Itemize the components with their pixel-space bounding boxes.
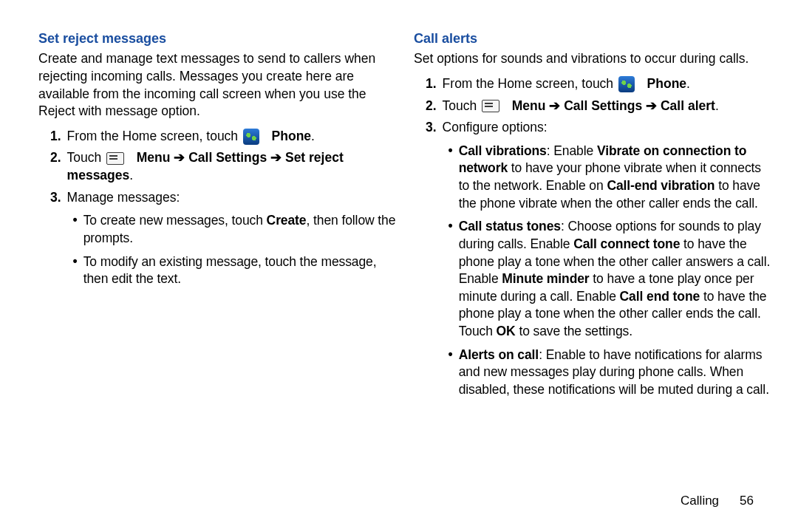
bullet-dot: • bbox=[449, 347, 453, 362]
step-1: 1. From the Home screen, touch Phone. bbox=[414, 75, 771, 93]
step-number: 2. bbox=[426, 98, 437, 115]
step-text: Touch Menu ➔ Call Settings ➔ Set reject … bbox=[67, 149, 396, 184]
bullet-dot: • bbox=[73, 253, 78, 269]
step-3: 3. Manage messages: • To create new mess… bbox=[38, 189, 396, 294]
step-number: 3. bbox=[50, 189, 61, 207]
step-2: 2. Touch Menu ➔ Call Settings ➔ Call ale… bbox=[414, 98, 771, 115]
bullets-right: • Call vibrations: Enable Vibrate on con… bbox=[443, 143, 771, 399]
bullet: • Call vibrations: Enable Vibrate on con… bbox=[443, 143, 771, 213]
bullet: • Alerts on call: Enable to have notific… bbox=[443, 347, 771, 399]
step-number: 3. bbox=[426, 119, 437, 137]
step-text: Touch Menu ➔ Call Settings ➔ Call alert. bbox=[443, 98, 771, 115]
phone-icon bbox=[243, 129, 259, 145]
footer-section: Calling bbox=[681, 493, 719, 510]
step-number: 1. bbox=[426, 75, 437, 93]
bullets-left: • To create new messages, touch Create, … bbox=[67, 212, 396, 288]
bullet-dot: • bbox=[449, 218, 453, 233]
intro-right: Set options for sounds and vibrations to… bbox=[414, 50, 771, 68]
step-3: 3. Configure options: • Call vibrations:… bbox=[414, 119, 771, 404]
step-1: 1. From the Home screen, touch Phone. bbox=[38, 128, 396, 146]
step-number: 2. bbox=[50, 149, 61, 167]
step-text: From the Home screen, touch Phone. bbox=[67, 128, 396, 146]
right-column: Call alerts Set options for sounds and v… bbox=[414, 30, 771, 409]
bullet-dot: • bbox=[449, 143, 453, 158]
steps-left: 1. From the Home screen, touch Phone. 2.… bbox=[38, 128, 396, 294]
phone-icon bbox=[618, 76, 635, 92]
step-number: 1. bbox=[50, 128, 61, 146]
step-2: 2. Touch Menu ➔ Call Settings ➔ Set reje… bbox=[38, 149, 396, 184]
left-column: Set reject messages Create and manage te… bbox=[38, 30, 396, 409]
bullet: • To create new messages, touch Create, … bbox=[67, 212, 396, 247]
bullet: • To modify an existing message, touch t… bbox=[67, 253, 396, 288]
page-footer: Calling 56 bbox=[681, 493, 754, 510]
step-text: Manage messages: • To create new message… bbox=[67, 189, 396, 294]
bullet-dot: • bbox=[73, 212, 78, 228]
step-text: From the Home screen, touch Phone. bbox=[443, 75, 771, 93]
menu-icon bbox=[106, 152, 124, 165]
heading-call-alerts: Call alerts bbox=[414, 30, 771, 47]
step-text: Configure options: • Call vibrations: En… bbox=[443, 119, 771, 404]
menu-icon bbox=[482, 100, 499, 112]
footer-page-number: 56 bbox=[740, 493, 754, 510]
intro-left: Create and manage text messages to send … bbox=[38, 50, 396, 120]
heading-set-reject-messages: Set reject messages bbox=[38, 30, 396, 47]
steps-right: 1. From the Home screen, touch Phone. 2.… bbox=[414, 75, 771, 405]
bullet: • Call status tones: Choose options for … bbox=[443, 218, 771, 340]
